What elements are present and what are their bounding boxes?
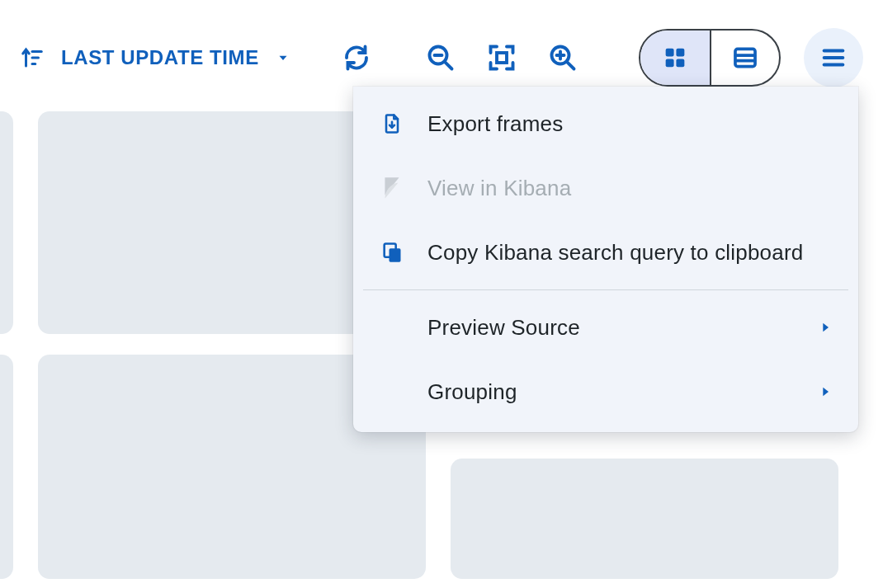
menu-item-label: Grouping (427, 379, 794, 405)
sort-direction-icon (20, 45, 45, 70)
zoom-fit-button[interactable] (475, 31, 528, 84)
svg-rect-7 (735, 49, 755, 66)
svg-rect-5 (666, 59, 674, 67)
chevron-right-icon (817, 385, 833, 398)
file-download-icon (380, 112, 404, 135)
toolbar-action-group (330, 31, 589, 84)
more-menu: Export frames View in Kibana Copy Kibana… (353, 87, 858, 432)
menu-divider (363, 289, 848, 290)
menu-item-label: Preview Source (427, 315, 794, 341)
svg-rect-9 (390, 248, 401, 261)
menu-item-grouping[interactable]: Grouping (353, 360, 858, 424)
zoom-out-icon (426, 43, 456, 73)
zoom-fit-icon (487, 43, 517, 73)
refresh-icon (342, 43, 371, 73)
view-toggle (639, 29, 781, 87)
caret-down-icon (276, 50, 290, 65)
menu-item-copy[interactable]: Copy Kibana search query to clipboard (353, 220, 858, 285)
menu-item-label: View in Kibana (427, 176, 833, 201)
list-icon (731, 44, 759, 72)
svg-rect-1 (497, 53, 507, 63)
zoom-in-icon (548, 43, 578, 73)
preview-card[interactable] (0, 111, 13, 334)
menu-item-kibana: View in Kibana (353, 156, 858, 220)
zoom-out-button[interactable] (414, 31, 467, 84)
toolbar: LAST UPDATE TIME (0, 25, 883, 91)
menu-item-label: Copy Kibana search query to clipboard (427, 240, 833, 266)
sort-button[interactable]: LAST UPDATE TIME (12, 39, 299, 77)
chevron-right-icon (817, 321, 833, 334)
grid-icon (661, 44, 689, 72)
preview-card[interactable] (451, 459, 838, 579)
preview-card[interactable] (0, 355, 13, 579)
svg-rect-4 (676, 49, 684, 57)
list-view-button[interactable] (710, 31, 779, 85)
sort-label: LAST UPDATE TIME (61, 46, 259, 69)
refresh-button[interactable] (330, 31, 383, 84)
svg-rect-6 (676, 59, 684, 67)
kibana-icon (380, 176, 404, 200)
more-menu-button[interactable] (804, 28, 863, 87)
menu-item-preview-source[interactable]: Preview Source (353, 295, 858, 360)
hamburger-icon (819, 44, 848, 72)
svg-rect-3 (666, 49, 674, 57)
menu-item-label: Export frames (427, 111, 833, 137)
zoom-in-button[interactable] (536, 31, 589, 84)
grid-view-button[interactable] (640, 31, 710, 85)
menu-item-export[interactable]: Export frames (353, 92, 858, 156)
copy-icon (380, 241, 404, 264)
